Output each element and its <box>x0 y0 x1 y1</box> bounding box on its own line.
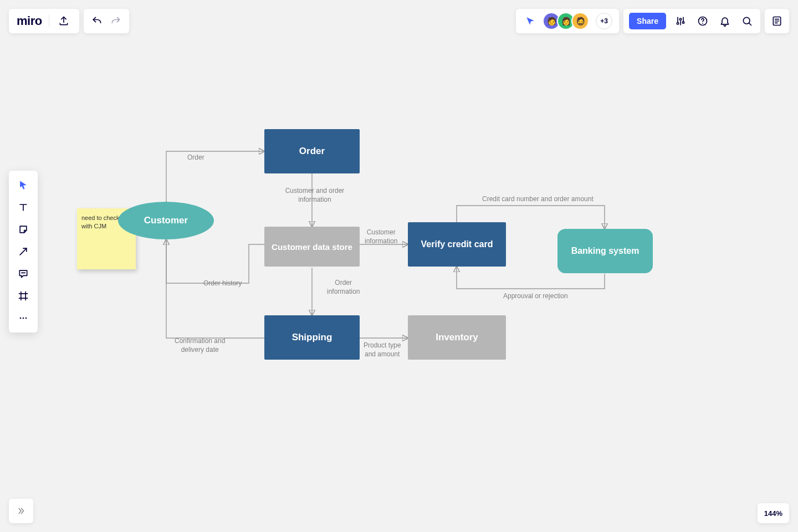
logo-panel: miro <box>9 9 79 33</box>
zoom-value: 144% <box>764 509 782 518</box>
edge-label-product: Product type and amount <box>364 341 401 359</box>
settings-sliders-icon[interactable] <box>673 13 688 29</box>
share-button[interactable]: Share <box>629 13 666 29</box>
edge-label-cc-amount: Credit card number and order amount <box>482 195 594 204</box>
node-inventory[interactable]: Inventory <box>408 315 506 360</box>
edge-label-confirmation: Confirmation and delivery date <box>175 337 225 354</box>
zoom-indicator[interactable]: 144% <box>758 503 789 523</box>
expand-panel-button[interactable] <box>9 499 33 523</box>
presence-panel: 🧑 👩 🧔 +3 <box>516 9 619 33</box>
node-label: Order <box>299 146 325 157</box>
redo-icon[interactable] <box>108 13 124 29</box>
arrow-tool-icon[interactable] <box>13 242 33 262</box>
node-order[interactable]: Order <box>264 129 360 173</box>
node-label: Shipping <box>292 332 332 343</box>
sticky-tool-icon[interactable] <box>13 219 33 239</box>
node-label: Customer <box>144 215 188 226</box>
node-label: Customer data store <box>272 242 352 252</box>
edge-label-cust-info: Customer information <box>365 228 397 245</box>
separator <box>49 15 49 27</box>
frame-tool-icon[interactable] <box>13 286 33 306</box>
avatar[interactable]: 🧔 <box>571 12 589 30</box>
search-icon[interactable] <box>739 13 755 29</box>
left-toolbar <box>9 171 38 332</box>
svg-point-8 <box>23 318 24 319</box>
edge-label-cust-order-info: Customer and order information <box>285 187 345 204</box>
help-icon[interactable] <box>695 13 710 29</box>
svg-point-4 <box>702 23 703 24</box>
undo-icon[interactable] <box>89 13 105 29</box>
text-tool-icon[interactable] <box>13 197 33 217</box>
svg-point-7 <box>20 318 22 319</box>
svg-point-9 <box>25 318 27 319</box>
notes-panel-button[interactable] <box>765 9 789 33</box>
edge-label-order-info: Order information <box>327 279 360 296</box>
avatar-stack[interactable]: 🧑 👩 🧔 <box>543 12 589 30</box>
sticky-text: need to check with CJM <box>81 214 120 229</box>
bell-icon[interactable] <box>717 13 733 29</box>
edge-label-approval: Approuval or rejection <box>503 292 568 301</box>
cursor-presence-icon[interactable] <box>523 13 538 29</box>
node-shipping[interactable]: Shipping <box>264 315 360 360</box>
more-tools-icon[interactable] <box>13 308 33 328</box>
node-label: Banking system <box>571 246 640 256</box>
select-tool-icon[interactable] <box>13 175 33 195</box>
node-customer-data-store[interactable]: Customer data store <box>264 227 360 267</box>
node-banking-system[interactable]: Banking system <box>557 229 653 273</box>
node-customer[interactable]: Customer <box>118 202 214 239</box>
avatar-overflow[interactable]: +3 <box>596 13 612 29</box>
node-label: Verify credit card <box>421 239 493 249</box>
svg-point-1 <box>679 18 681 20</box>
comment-tool-icon[interactable] <box>13 264 33 284</box>
svg-point-0 <box>677 23 678 24</box>
edge-label-order-history: Order history <box>203 279 242 288</box>
node-label: Inventory <box>436 332 478 343</box>
svg-point-2 <box>682 22 684 23</box>
canvas[interactable]: need to check with CJM Customer Order Cu… <box>0 0 798 532</box>
app-logo[interactable]: miro <box>17 14 42 28</box>
node-verify-credit-card[interactable]: Verify credit card <box>408 222 506 267</box>
history-panel <box>84 9 129 33</box>
export-icon[interactable] <box>56 13 71 29</box>
edge-label-order: Order <box>187 154 204 162</box>
actions-panel: Share <box>623 9 760 33</box>
